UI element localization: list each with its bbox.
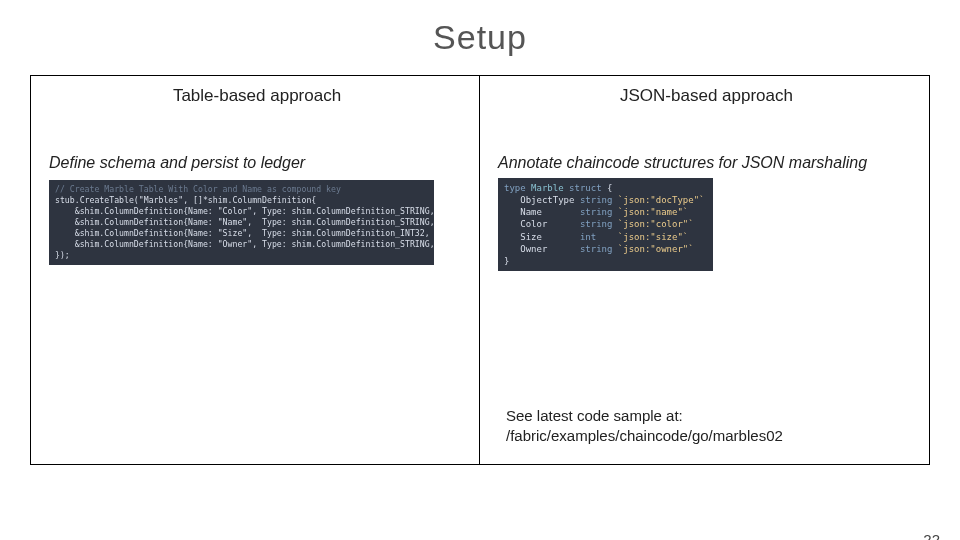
- left-code-block: // Create Marble Table With Color and Na…: [49, 180, 434, 265]
- right-column: JSON-based approach Annotate chaincode s…: [480, 76, 929, 464]
- comparison-grid: Table-based approach Define schema and p…: [30, 75, 930, 465]
- code-line: &shim.ColumnDefinition{Name: "Color", Ty…: [55, 206, 434, 216]
- left-header: Table-based approach: [49, 86, 465, 106]
- left-subtitle: Define schema and persist to ledger: [49, 154, 465, 172]
- right-subtitle: Annotate chaincode structures for JSON m…: [498, 154, 915, 172]
- slide: Setup Table-based approach Define schema…: [0, 18, 960, 540]
- right-header: JSON-based approach: [498, 86, 915, 106]
- code-comment: // Create Marble Table With Color and Na…: [55, 184, 341, 194]
- footer-note: See latest code sample at: /fabric/examp…: [506, 406, 783, 447]
- footer-line2: /fabric/examples/chaincode/go/marbles02: [506, 427, 783, 444]
- footer-line1: See latest code sample at:: [506, 407, 683, 424]
- code-line: });: [55, 250, 70, 260]
- right-code-block: type Marble struct { ObjectType string `…: [498, 178, 713, 271]
- left-column: Table-based approach Define schema and p…: [31, 76, 480, 464]
- code-line: &shim.ColumnDefinition{Name: "Name", Typ…: [55, 217, 434, 227]
- code-line: &shim.ColumnDefinition{Name: "Size", Typ…: [55, 228, 434, 238]
- page-number: 22: [923, 531, 940, 540]
- code-line: stub.CreateTable("Marbles", []*shim.Colu…: [55, 195, 316, 205]
- page-title: Setup: [0, 18, 960, 57]
- code-line: &shim.ColumnDefinition{Name: "Owner", Ty…: [55, 239, 434, 249]
